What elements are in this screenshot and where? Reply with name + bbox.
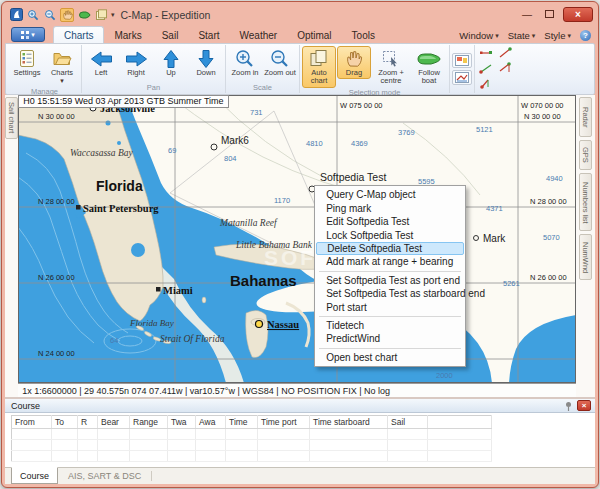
menu-item[interactable]: Edit Softpedia Test: [315, 215, 465, 228]
grid-label: N 30 00 00: [38, 112, 75, 121]
depth-sounding: 2000: [436, 371, 453, 380]
menu-window[interactable]: Window▾: [459, 30, 498, 41]
zoom-in-button[interactable]: Zoom in: [228, 46, 262, 79]
magnifier-plus-icon: [235, 48, 255, 69]
mark-line-icon[interactable]: [477, 47, 495, 59]
menu-item[interactable]: Port start: [315, 301, 465, 314]
ribbon-group-label: [452, 92, 472, 93]
depth-sounding: 804: [224, 154, 237, 163]
close-button[interactable]: ×: [563, 7, 593, 22]
sidebar-tab-numwnd[interactable]: NumWnd: [579, 234, 592, 280]
ribbon-group-label: Pan: [84, 83, 223, 93]
chart-map[interactable]: SOFTPEDIA W 080 00 00 W 075 00 00 W 070 …: [18, 95, 576, 383]
course-column-header[interactable]: R: [78, 416, 98, 429]
course-column-header[interactable]: Sail: [388, 416, 428, 429]
menu-item[interactable]: Lock Softpedia Test: [315, 229, 465, 242]
mark-bearing-icon[interactable]: [496, 47, 514, 59]
pan-down-button[interactable]: Down: [189, 46, 223, 79]
sidebar-tab-gps[interactable]: GPS: [579, 140, 592, 170]
follow-boat-button[interactable]: Follow boat: [411, 46, 447, 87]
zoom-out-button[interactable]: Zoom out: [263, 46, 297, 79]
menu-state[interactable]: State▾: [508, 30, 536, 41]
mark-offset-icon[interactable]: [496, 62, 514, 74]
tab-tools[interactable]: Tools: [342, 27, 385, 43]
grid-label: W 070 00 00: [521, 101, 564, 110]
depth-sounding: 4369: [351, 139, 368, 148]
follow-boat-icon[interactable]: [77, 8, 91, 22]
grid-label: N 30 00 00: [524, 112, 561, 121]
zoom-out-icon[interactable]: [43, 8, 57, 22]
pan-left-button[interactable]: Left: [84, 46, 118, 79]
tab-sail[interactable]: Sail: [152, 27, 189, 43]
map-label-nassau: Nassau: [267, 319, 299, 330]
tab-start[interactable]: Start: [188, 27, 229, 43]
tab-charts[interactable]: Charts: [53, 26, 104, 43]
depth-sounding: 69: [168, 146, 176, 155]
menu-item[interactable]: Set Softpedia Test as starboard end: [315, 287, 465, 300]
course-column-header[interactable]: Time port: [258, 416, 310, 429]
course-panel-header: Course ×: [5, 399, 595, 413]
drag-button[interactable]: Drag: [337, 46, 371, 79]
magnifier-minus-icon: [270, 48, 290, 69]
course-column-header[interactable]: Bear: [98, 416, 130, 429]
drag-hand-icon[interactable]: [60, 8, 74, 22]
tab-marks[interactable]: Marks: [104, 27, 151, 43]
zoom-in-icon[interactable]: [26, 8, 40, 22]
course-column-header[interactable]: Twa: [168, 416, 196, 429]
course-column-header[interactable]: Awa: [196, 416, 226, 429]
pin-icon[interactable]: [564, 401, 573, 411]
chart-page-icon[interactable]: [94, 8, 108, 22]
sidebar-tab-radar[interactable]: Radar: [579, 97, 592, 137]
menu-item[interactable]: Set Softpedia Test as port end: [315, 274, 465, 287]
menu-style[interactable]: Style▾: [544, 30, 571, 41]
chart-canvas[interactable]: SOFTPEDIA W 080 00 00 W 075 00 00 W 070 …: [18, 95, 576, 383]
titlebar: ▾ C-Map - Expedition — ×: [5, 5, 595, 25]
pan-right-button[interactable]: Right: [119, 46, 153, 79]
chart-window-icon[interactable]: [452, 53, 472, 68]
course-column-header[interactable]: To: [52, 416, 78, 429]
mark-range-icon[interactable]: [477, 62, 495, 74]
chart-graph-icon[interactable]: [452, 70, 472, 85]
charts-button[interactable]: Charts ▾: [45, 46, 79, 87]
sidebar-tab-numbers-list[interactable]: Numbers list: [579, 173, 592, 231]
depth-sounding: 4371: [486, 204, 503, 213]
tab-optimal[interactable]: Optimal: [287, 27, 341, 43]
zoom-centre-button[interactable]: Zoom + centre: [372, 46, 410, 87]
menu-separator: [319, 316, 461, 317]
application-button[interactable]: ▾: [11, 27, 45, 42]
course-column-header[interactable]: Time: [226, 416, 258, 429]
menu-separator: [319, 271, 461, 272]
menu-item[interactable]: PredictWind: [315, 332, 465, 345]
bottom-tab-course[interactable]: Course: [11, 467, 58, 484]
help-icon[interactable]: ?: [580, 30, 591, 41]
nassau-marker[interactable]: [256, 321, 263, 328]
table-row[interactable]: [12, 451, 492, 462]
menu-item[interactable]: Add mark at range + bearing: [315, 255, 465, 268]
menu-item[interactable]: Open best chart: [315, 351, 465, 364]
table-row[interactable]: [12, 429, 492, 440]
sidebar-tab-sail-chart[interactable]: Sail chart: [5, 97, 18, 138]
settings-button[interactable]: Settings: [10, 46, 44, 79]
window-controls: — ×: [519, 7, 593, 22]
depth-sounding: 3769: [398, 128, 415, 137]
course-panel-close-button[interactable]: ×: [577, 400, 591, 411]
course-column-header[interactable]: From: [12, 416, 52, 429]
menu-item[interactable]: Delete Softpedia Test: [316, 242, 464, 255]
menu-item[interactable]: Tidetech: [315, 319, 465, 332]
menu-item[interactable]: Query C-Map object: [315, 188, 465, 201]
auto-chart-button[interactable]: Auto chart: [302, 46, 336, 87]
bottom-tab-ais-sart-dsc[interactable]: AIS, SART & DSC: [60, 468, 149, 484]
menu-item[interactable]: Ping mark: [315, 202, 465, 215]
mark-drop-icon[interactable]: [477, 77, 495, 89]
settings-list-icon: [18, 48, 36, 69]
map-label-little-bahama-bank: Little Bahama Bank: [235, 240, 313, 250]
qat-dropdown-icon[interactable]: ▾: [111, 11, 115, 19]
table-row[interactable]: [12, 440, 492, 451]
course-column-header[interactable]: Time starboard: [310, 416, 388, 429]
pan-up-button[interactable]: Up: [154, 46, 188, 79]
maximize-button[interactable]: [541, 8, 557, 21]
course-column-header[interactable]: Range: [130, 416, 168, 429]
lake: [106, 121, 111, 126]
minimize-button[interactable]: —: [519, 8, 535, 21]
tab-weather[interactable]: Weather: [230, 27, 288, 43]
